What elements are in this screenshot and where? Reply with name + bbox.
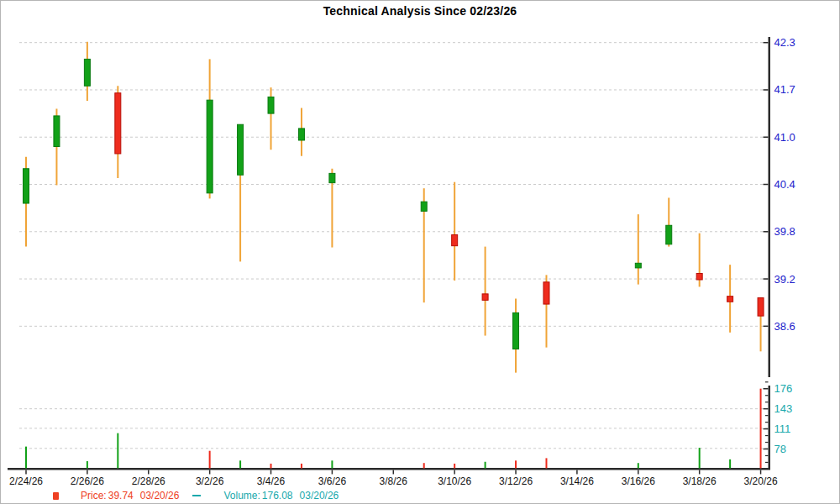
volume-bar xyxy=(209,451,211,469)
volume-bar xyxy=(331,460,333,468)
volume-bar xyxy=(760,389,762,469)
price-tick-label: 39.8 xyxy=(774,225,795,238)
candle-body xyxy=(421,202,427,211)
candle-body xyxy=(635,263,641,268)
candle-body xyxy=(84,59,90,86)
candle-body xyxy=(238,124,244,175)
legend-volume-text: Volume:176.0803/20/26 xyxy=(207,478,339,504)
volume-tick-label: 176 xyxy=(774,382,793,395)
price-tick-label: 40.4 xyxy=(774,178,795,191)
volume-bar xyxy=(638,463,639,468)
technical-analysis-chart-page: Technical Analysis Since 02/23/26 42.341… xyxy=(0,0,840,504)
candle-body xyxy=(24,169,29,203)
x-tick-label: 3/16/26 xyxy=(622,475,655,487)
candle-body xyxy=(298,129,304,140)
price-volume-chart: 42.341.741.040.439.839.238.6176143111782… xyxy=(1,1,840,504)
x-tick-label: 3/12/26 xyxy=(499,475,533,487)
volume-bar xyxy=(545,458,547,468)
price-tick-label: 42.3 xyxy=(774,36,795,49)
x-tick-label: 3/10/26 xyxy=(438,475,471,487)
volume-bar xyxy=(423,463,425,468)
volume-bar xyxy=(699,448,701,468)
volume-bar xyxy=(87,461,88,468)
candle-body xyxy=(758,298,764,317)
x-tick-label: 2/24/26 xyxy=(9,475,43,487)
price-tick-label: 39.2 xyxy=(774,273,795,286)
candle-body xyxy=(207,100,213,193)
x-tick-label: 3/20/26 xyxy=(744,475,778,487)
volume-axis-line xyxy=(769,386,771,470)
volume-bar xyxy=(515,460,517,468)
price-tick-label: 38.6 xyxy=(774,320,795,333)
legend-price-text: Price:39.7403/20/26 xyxy=(64,478,179,504)
volume-bar xyxy=(301,464,302,469)
x-tick-label: 3/8/26 xyxy=(380,475,408,487)
candle-body xyxy=(329,173,335,182)
candle-body xyxy=(513,312,519,349)
chart-legend: Price:39.7403/20/26 Volume:176.0803/20/2… xyxy=(53,490,339,501)
price-candle-icon xyxy=(53,492,59,500)
volume-tick-label: 111 xyxy=(774,423,791,435)
volume-dash-icon xyxy=(192,495,201,496)
price-tick-label: 41.7 xyxy=(774,83,795,96)
volume-bar xyxy=(270,464,272,469)
volume-bar xyxy=(485,462,486,469)
volume-bar xyxy=(25,447,27,469)
price-axis-line xyxy=(769,37,771,377)
candle-body xyxy=(543,282,549,304)
x-tick-label: 3/14/26 xyxy=(560,475,594,487)
candle-body xyxy=(696,273,702,280)
candle-body xyxy=(727,297,733,302)
candle-body xyxy=(115,93,121,154)
volume-bar xyxy=(239,460,241,468)
x-tick-label: 3/18/26 xyxy=(683,475,717,487)
volume-bar xyxy=(117,433,118,469)
candle-body xyxy=(54,116,60,147)
x-axis-line xyxy=(8,468,770,470)
volume-tick-label: 78 xyxy=(774,443,786,455)
candle-body xyxy=(268,97,274,113)
candle-body xyxy=(452,235,458,246)
volume-tick-label: 143 xyxy=(774,402,793,415)
volume-bar xyxy=(454,464,455,469)
volume-bar xyxy=(729,459,731,469)
candle-body xyxy=(666,225,672,244)
price-tick-label: 41.0 xyxy=(774,131,795,144)
candle-body xyxy=(482,294,488,301)
